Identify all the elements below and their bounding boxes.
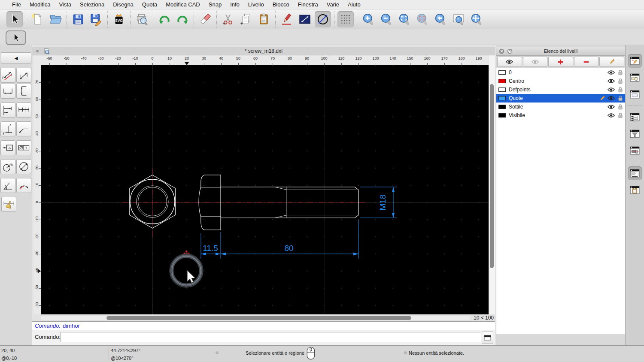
menu-blocco[interactable]: Blocco (268, 1, 294, 8)
layer-color-swatch[interactable] (498, 70, 506, 75)
layer-visibility-eye-icon[interactable] (607, 78, 615, 84)
dim-diametric-button[interactable] (16, 159, 31, 174)
export-svg-button[interactable]: SVG (111, 11, 127, 27)
vertical-scrollbar-thumb[interactable] (490, 84, 494, 268)
menu-livello[interactable]: Livello (244, 1, 268, 8)
print-preview-button[interactable] (134, 11, 150, 27)
layer-edit-pencil-icon[interactable] (598, 95, 606, 102)
block-list-window-button[interactable] (628, 71, 642, 84)
selection-tool-button[interactable] (6, 30, 26, 45)
layer-visibility-eye-icon[interactable] (607, 113, 615, 118)
panel-close-icon[interactable] (499, 48, 504, 54)
layer-lock-icon[interactable] (616, 95, 624, 101)
dim-baseline-button[interactable] (0, 103, 15, 118)
zoom-previous-button[interactable] (432, 11, 449, 27)
layer-visibility-eye-icon[interactable] (607, 87, 615, 92)
save-button[interactable] (70, 11, 86, 27)
layer-color-swatch[interactable] (498, 87, 506, 92)
back-button[interactable]: ◀ (1, 52, 31, 63)
remove-layer-button[interactable] (574, 57, 599, 67)
zoom-pan-button[interactable] (468, 11, 485, 27)
dim-cleanup-button[interactable] (1, 197, 16, 212)
open-file-button[interactable] (47, 11, 64, 27)
layer-color-swatch[interactable] (498, 96, 506, 100)
menu-modifica-cad[interactable]: Modifica CAD (161, 1, 204, 8)
zoom-out-button[interactable] (378, 11, 395, 27)
menu-finestra[interactable]: Finestra (294, 1, 322, 8)
new-document-button[interactable] (29, 11, 46, 27)
vertical-scrollbar[interactable] (489, 55, 495, 314)
menu-disegna[interactable]: Disegna (109, 1, 138, 8)
layer-lock-icon[interactable] (616, 78, 624, 84)
menu-vista[interactable]: Vista (55, 1, 76, 8)
zoom-auto-button[interactable] (396, 11, 413, 27)
draw-pen-button[interactable] (279, 11, 295, 27)
draw-line-button[interactable] (297, 11, 313, 27)
layer-row-sottile[interactable]: Sottile (496, 103, 625, 111)
zoom-in-button[interactable] (360, 11, 377, 27)
filter-window-button[interactable] (628, 127, 642, 141)
layer-color-swatch[interactable] (498, 113, 506, 118)
paste-button[interactable] (256, 11, 272, 27)
select-arrow-button[interactable] (6, 11, 23, 27)
show-all-layers-button[interactable] (497, 57, 522, 67)
menu-snap[interactable]: Snap (204, 1, 226, 8)
horizontal-scrollbar-thumb[interactable] (106, 316, 411, 320)
dim-linear-button[interactable] (16, 68, 31, 83)
layer-lock-icon[interactable] (616, 112, 624, 118)
layer-lock-icon[interactable] (616, 104, 624, 110)
dim-ordinate-button[interactable]: xy (0, 121, 15, 136)
layer-row-quote[interactable]: Quote (496, 94, 625, 103)
menu-aiuto[interactable]: Aiuto (343, 1, 365, 8)
hide-all-layers-button[interactable] (523, 57, 548, 67)
menu-quota[interactable]: Quota (138, 1, 161, 8)
save-as-button[interactable] (88, 11, 104, 27)
menu-info[interactable]: Info (226, 1, 244, 8)
dim-leader-button[interactable] (16, 121, 31, 136)
command-window-button[interactable] (628, 166, 642, 180)
layer-row-visibile[interactable]: Visibile (496, 111, 625, 120)
entity-list-window-button[interactable] (628, 110, 642, 124)
menu-modifica[interactable]: Modifica (25, 1, 55, 8)
copy-button[interactable] (238, 11, 254, 27)
command-window-button[interactable] (482, 332, 493, 344)
panel-float-icon[interactable] (507, 48, 513, 54)
dim-arc-button[interactable] (16, 178, 31, 193)
layer-row-0[interactable]: 0 (496, 68, 625, 77)
undo-button[interactable] (156, 11, 173, 27)
dim-tolerance-button[interactable]: .1 (16, 140, 31, 155)
dim-angular-button[interactable] (0, 178, 15, 193)
library-window-button[interactable] (628, 87, 642, 101)
edit-layer-button[interactable] (599, 57, 624, 67)
layer-visibility-eye-icon[interactable] (607, 96, 615, 101)
dim-vertical-button[interactable] (16, 84, 31, 99)
layer-lock-icon[interactable] (616, 69, 624, 75)
layer-visibility-eye-icon[interactable] (607, 104, 615, 109)
menu-varie[interactable]: Varie (322, 1, 343, 8)
layer-list-window-button[interactable] (628, 54, 642, 68)
layer-row-centro[interactable]: Centro (496, 77, 625, 85)
draw-circle-button[interactable] (315, 11, 331, 27)
horizontal-scrollbar[interactable] (41, 316, 470, 320)
eraser-button[interactable] (197, 11, 213, 27)
dim-label-button[interactable]: A (0, 140, 15, 155)
layer-color-swatch[interactable] (498, 105, 506, 109)
dim-continue-button[interactable] (16, 103, 31, 118)
redo-button[interactable] (174, 11, 191, 27)
command-input[interactable] (61, 332, 481, 342)
drawing-canvas[interactable]: 11.5 80 M18 (41, 65, 489, 314)
zoom-window-button[interactable] (450, 11, 467, 27)
dim-horizontal-button[interactable] (0, 84, 15, 99)
menu-file[interactable]: File (8, 1, 25, 8)
layer-row-defpoints[interactable]: Defpoints (496, 85, 625, 94)
zoom-select-button[interactable] (414, 11, 431, 27)
view-window-button[interactable] (628, 144, 642, 157)
cut-button[interactable] (220, 11, 236, 27)
snap-grid-button[interactable] (337, 11, 354, 27)
layer-visibility-eye-icon[interactable] (607, 70, 615, 75)
dim-radial-button[interactable]: R (0, 159, 15, 174)
add-layer-button[interactable] (548, 57, 573, 67)
layer-color-swatch[interactable] (498, 79, 506, 83)
dim-aligned-button[interactable] (0, 68, 15, 83)
clipboard-window-button[interactable] (628, 183, 642, 197)
